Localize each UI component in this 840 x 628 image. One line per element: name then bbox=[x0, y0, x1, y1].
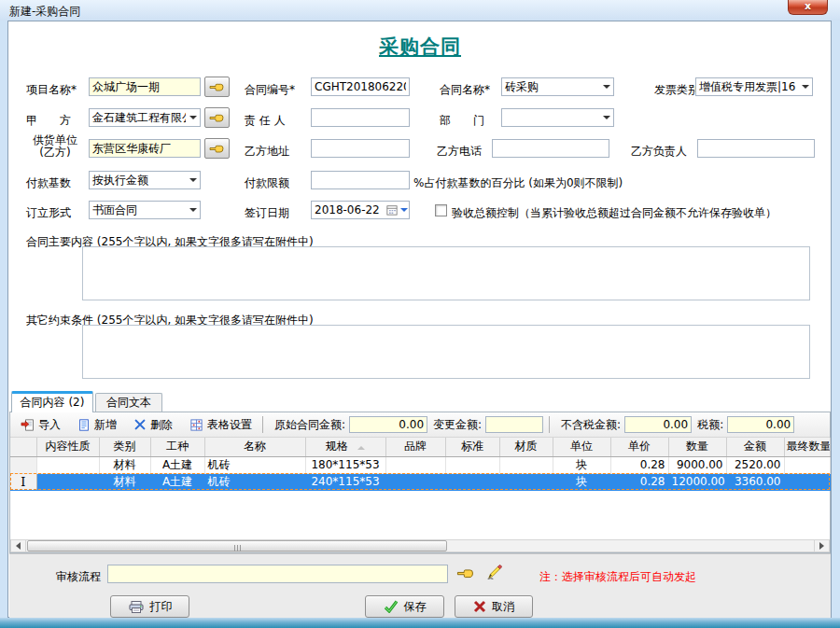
party-b-contact-input[interactable] bbox=[697, 139, 815, 158]
chevron-down-icon bbox=[599, 78, 613, 95]
party-a-select[interactable]: 金石建筑工程有限公司 bbox=[89, 108, 201, 127]
project-lookup-button[interactable] bbox=[204, 77, 230, 97]
contract-no-input[interactable] bbox=[311, 77, 410, 96]
tab-contract-content[interactable]: 合同内容 (2) bbox=[11, 391, 93, 412]
column-header[interactable]: 内容性质 bbox=[36, 438, 99, 456]
cancel-button[interactable]: 取消 bbox=[455, 595, 533, 618]
payment-base-select[interactable]: 按执行金额 bbox=[89, 171, 201, 189]
chevron-down-icon bbox=[798, 78, 812, 95]
chevron-down-icon bbox=[186, 109, 200, 126]
column-header[interactable]: 规格 bbox=[305, 438, 385, 456]
department-select[interactable] bbox=[501, 108, 614, 127]
tax-amount-label: 税额: bbox=[697, 417, 723, 433]
row-selector[interactable] bbox=[10, 456, 36, 473]
contract-name-label: 合同名称* bbox=[440, 82, 490, 98]
column-header[interactable]: 标准 bbox=[445, 438, 499, 456]
audit-flow-lookup-button[interactable] bbox=[456, 565, 475, 580]
contract-name-value: 砖采购 bbox=[502, 79, 599, 95]
contract-no-label: 合同编号* bbox=[245, 82, 295, 98]
scrollbar-grip-icon bbox=[233, 537, 242, 555]
column-header[interactable]: 单位 bbox=[553, 438, 610, 456]
payment-limit-label: 付款限额 bbox=[245, 175, 289, 191]
chevron-down-icon bbox=[186, 172, 200, 188]
invoice-type-select[interactable]: 增值税专用发票|16 bbox=[695, 77, 813, 96]
other-terms-textarea[interactable] bbox=[82, 325, 810, 379]
scrollbar-thumb[interactable] bbox=[27, 540, 447, 551]
printer-icon bbox=[128, 600, 145, 614]
pointing-hand-icon bbox=[209, 111, 225, 124]
page-title: 采购合同 bbox=[0, 34, 840, 60]
main-content-textarea[interactable] bbox=[82, 246, 810, 300]
toolbar-separator bbox=[262, 416, 263, 433]
contract-name-select[interactable]: 砖采购 bbox=[501, 77, 614, 96]
import-button[interactable]: 导入 bbox=[16, 415, 65, 435]
pointing-hand-icon bbox=[209, 80, 225, 93]
net-amount-input[interactable] bbox=[624, 416, 692, 433]
contract-items-table: 内容性质 类别 工种 名称 规格 品牌 标准 材质 单位 单价 数量 金额 最终… bbox=[10, 438, 831, 491]
chevron-down-icon bbox=[399, 202, 409, 218]
column-header[interactable]: 数量 bbox=[668, 438, 726, 456]
print-button[interactable]: 打印 bbox=[110, 595, 189, 618]
save-button[interactable]: 保存 bbox=[365, 595, 444, 618]
column-header[interactable]: 单价 bbox=[610, 438, 668, 456]
party-b-address-label: 乙方地址 bbox=[245, 144, 289, 160]
delete-row-button[interactable]: 删除 bbox=[129, 415, 177, 435]
party-a-label: 甲 方 bbox=[26, 113, 71, 129]
supplier-input[interactable] bbox=[89, 139, 201, 158]
arrow-right-icon bbox=[819, 542, 824, 550]
grid-settings-button[interactable]: 表格设置 bbox=[185, 415, 257, 435]
column-header[interactable]: 类别 bbox=[99, 438, 150, 456]
party-b-phone-input[interactable] bbox=[492, 139, 609, 158]
project-name-label: 项目名称* bbox=[26, 82, 77, 98]
supplier-lookup-button[interactable] bbox=[204, 138, 230, 159]
party-a-lookup-button[interactable] bbox=[204, 107, 230, 128]
delete-x-icon bbox=[133, 418, 147, 431]
window-title: 新建-采购合同 bbox=[9, 4, 80, 20]
pointing-hand-icon bbox=[456, 565, 475, 580]
scroll-right-button[interactable] bbox=[814, 540, 829, 551]
column-header[interactable]: 材质 bbox=[499, 438, 553, 456]
column-header[interactable]: 品牌 bbox=[385, 438, 445, 456]
project-name-input[interactable] bbox=[89, 77, 201, 96]
column-header[interactable]: 名称 bbox=[204, 438, 305, 456]
tab-contract-text[interactable]: 合同文本 bbox=[95, 393, 162, 412]
party-b-address-input[interactable] bbox=[311, 139, 410, 158]
audit-flow-label: 审核流程 bbox=[56, 569, 101, 585]
scroll-left-button[interactable] bbox=[11, 540, 26, 551]
new-document-icon bbox=[77, 418, 91, 432]
responsible-label: 责 任 人 bbox=[245, 113, 286, 129]
row-selector[interactable]: I bbox=[10, 473, 36, 490]
contract-form-select[interactable]: 书面合同 bbox=[89, 201, 201, 219]
audit-flow-note: 注：选择审核流程后可自动发起 bbox=[539, 569, 696, 585]
table-row[interactable]: 材料 A土建 机砖 180*115*53 块 0.28 9000.00 2520… bbox=[10, 456, 830, 473]
dialog-window: 新建-采购合同 x 采购合同 项目名称* 合同编号* 合同名称* 砖采购 发票类… bbox=[0, 0, 840, 628]
table-settings-icon bbox=[189, 418, 203, 432]
audit-flow-edit-button[interactable] bbox=[486, 564, 503, 580]
original-amount-label: 原始合同金额: bbox=[274, 417, 345, 433]
audit-flow-input[interactable] bbox=[107, 565, 448, 583]
party-b-phone-label: 乙方电话 bbox=[437, 144, 482, 160]
sign-date-picker[interactable]: 2018-06-22 bbox=[311, 201, 410, 219]
sign-date-label: 签订日期 bbox=[245, 205, 289, 221]
original-amount-input[interactable] bbox=[349, 416, 427, 433]
chevron-down-icon bbox=[599, 109, 613, 126]
responsible-input[interactable] bbox=[311, 108, 410, 127]
calendar-icon bbox=[386, 204, 398, 216]
column-header[interactable]: 最终数量 bbox=[784, 438, 830, 456]
close-button[interactable]: x bbox=[788, 0, 828, 15]
add-row-button[interactable]: 新增 bbox=[73, 415, 121, 435]
party-b-contact-label: 乙方负责人 bbox=[631, 144, 687, 160]
column-header[interactable]: 金额 bbox=[726, 438, 784, 456]
payment-limit-input[interactable] bbox=[311, 171, 410, 189]
contract-form-value: 书面合同 bbox=[90, 202, 186, 218]
window-bottom-edge bbox=[0, 618, 840, 628]
tax-amount-input[interactable] bbox=[727, 416, 794, 433]
acceptance-control-checkbox[interactable] bbox=[435, 204, 447, 216]
invoice-type-label: 发票类别 bbox=[654, 82, 699, 98]
change-amount-input[interactable] bbox=[485, 416, 543, 433]
payment-limit-hint: %占付款基数的百分比 (如果为0则不限制) bbox=[413, 175, 623, 191]
column-header[interactable]: 工种 bbox=[150, 438, 204, 456]
pencil-icon bbox=[486, 564, 503, 580]
table-row-selected[interactable]: I 材料 A土建 机砖 240*115*53 块 0.28 12000.00 3… bbox=[10, 473, 830, 490]
horizontal-scrollbar[interactable] bbox=[10, 539, 830, 552]
